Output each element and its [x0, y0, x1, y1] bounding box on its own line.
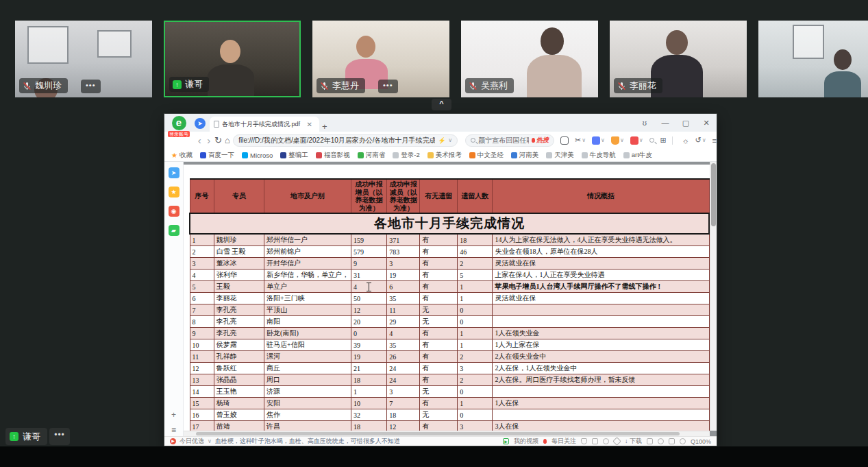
- find-icon[interactable]: [649, 138, 654, 143]
- shield-icon[interactable]: [581, 438, 587, 444]
- browser-logo[interactable]: e 登录账号: [166, 116, 191, 137]
- search-query[interactable]: 颜宁宣布回国任职: [478, 136, 529, 145]
- new-tab-button[interactable]: +: [319, 121, 330, 132]
- participant-video-2-active[interactable]: ↑ 谦哥: [164, 21, 301, 97]
- address-url[interactable]: file:///D:/我的文档/桌面/2022年10月居家办公/各地市十月手续完…: [238, 136, 435, 145]
- theme-skin-icon[interactable]: ʊ: [634, 114, 655, 132]
- table-cell: 李孔亮: [214, 316, 264, 328]
- navigation-home-icon[interactable]: ➤: [195, 118, 206, 129]
- printer-icon[interactable]: [647, 438, 653, 444]
- search-box[interactable]: 颜宁宣布回国任职 热搜: [465, 134, 554, 147]
- table-cell: 张利华: [214, 270, 264, 281]
- more-options-button[interactable]: •••: [49, 428, 70, 445]
- bookmark-item[interactable]: 河南省: [358, 151, 386, 160]
- pdf-viewport[interactable]: 各地市十月手续完成情况 序号专员地市及户别成功申报增员（以养老数据为准）成功申报…: [184, 162, 717, 436]
- sidebar-app-messenger-icon[interactable]: ➤: [169, 167, 179, 178]
- table-cell: 4: [387, 328, 420, 339]
- bookmark-item[interactable]: 登录-2: [393, 151, 419, 160]
- reload-button[interactable]: ↻: [214, 135, 222, 145]
- bookmark-item[interactable]: art牛皮: [623, 151, 652, 160]
- participant-more-button[interactable]: •••: [378, 80, 398, 93]
- sidebar-app-chat-icon[interactable]: ▰: [169, 225, 179, 236]
- window-minimize-button[interactable]: —: [655, 114, 675, 132]
- table-cell: 18: [458, 234, 493, 246]
- horizontal-scrollbar[interactable]: [184, 431, 710, 436]
- vertical-scroll-thumb[interactable]: [711, 163, 716, 226]
- bookmark-item[interactable]: 美术报考: [427, 151, 462, 160]
- bookmark-favicon: [200, 152, 206, 158]
- participant-video-5[interactable]: 李丽花: [610, 21, 747, 97]
- mic-muted-icon: [320, 82, 329, 91]
- emoji-icon[interactable]: [603, 438, 609, 444]
- home-button[interactable]: ⌂: [224, 135, 231, 145]
- table-cell: 21: [351, 363, 387, 374]
- table-cell: [493, 304, 709, 316]
- daily-watch-label[interactable]: 每日关注: [551, 437, 576, 446]
- apps-grid-icon[interactable]: ⊞: [660, 136, 667, 145]
- zoom-level[interactable]: Q100%: [691, 438, 711, 445]
- meeting-screen: 魏圳珍 ••• ↑ 谦哥 李慧丹 •••: [0, 0, 868, 467]
- bookmark-item[interactable]: 天津美: [546, 151, 574, 160]
- news-ticker[interactable]: 血栓梗，这种叶子泡水喝，血栓、高血压统统走，可惜很多人不知道: [215, 437, 400, 446]
- participant-video-3[interactable]: 李慧丹 •••: [312, 21, 449, 97]
- bookmark-item[interactable]: 福音影视: [316, 151, 350, 160]
- phone-mirror-icon[interactable]: [560, 136, 569, 145]
- participant-video-6[interactable]: [758, 21, 868, 97]
- table-cell: 7: [190, 304, 214, 316]
- horizontal-scroll-thumb[interactable]: [196, 432, 680, 435]
- sidebar-add-button[interactable]: +: [171, 411, 176, 418]
- bookmark-item[interactable]: 整编工: [280, 151, 308, 160]
- widget-icon[interactable]: [612, 437, 621, 446]
- bookmark-item[interactable]: 河南美: [511, 151, 539, 160]
- tab-close-icon[interactable]: ✕: [304, 121, 315, 128]
- my-video-label[interactable]: 我的视频: [514, 437, 538, 446]
- bookmark-item[interactable]: 牛皮导航: [582, 151, 616, 160]
- help-icon[interactable]: [658, 438, 664, 444]
- adblock-icon[interactable]: ∨: [630, 136, 643, 145]
- participant-video-4[interactable]: 吴燕利: [461, 21, 598, 97]
- collapse-strip-button[interactable]: ^: [432, 99, 451, 110]
- security-shield-icon[interactable]: ∨: [611, 136, 624, 145]
- table-cell: 29: [387, 316, 420, 328]
- table-cell: 安阳: [264, 398, 351, 409]
- participant-more-button[interactable]: •••: [81, 80, 101, 93]
- today-picks-label[interactable]: 今日优选: [179, 437, 204, 446]
- bookmark-item[interactable]: Microso: [242, 152, 273, 159]
- translate-icon[interactable]: ∨: [592, 136, 605, 145]
- back-button[interactable]: ‹: [196, 134, 203, 146]
- table-cell: 开封华信户: [264, 258, 351, 270]
- table-row: 5王毅单立户46有1苹果电子增员1人台湾人手续网厅操作不了需线下操作！: [190, 281, 709, 293]
- table-cell: 2: [458, 374, 493, 386]
- brightness-icon[interactable]: ☼: [682, 136, 689, 145]
- bookmark-item[interactable]: 中文圣经: [469, 151, 504, 160]
- window-close-button[interactable]: ✕: [696, 114, 717, 132]
- table-row: 6李丽花洛阳+三门峡5035有1灵活就业在保: [190, 293, 709, 304]
- participant-video-1[interactable]: 魏圳珍 •••: [15, 21, 152, 97]
- speed-mode-icon[interactable]: ⚡: [438, 137, 445, 144]
- self-share-pill[interactable]: ↑ 谦哥: [5, 428, 47, 445]
- download-label[interactable]: ↓ 下载: [625, 437, 642, 446]
- speaker-icon[interactable]: [680, 438, 686, 444]
- table-cell: 有: [420, 374, 458, 386]
- login-account-tag[interactable]: 登录账号: [168, 131, 190, 137]
- bookmark-item[interactable]: 百度一下: [200, 151, 234, 160]
- table-cell: 有: [420, 246, 458, 258]
- browser-statusbar: ▶ 今日优选 ∨ 血栓梗，这种叶子泡水喝，血栓、高血压统统走，可惜很多人不知道 …: [164, 436, 717, 446]
- clipboard-icon[interactable]: [669, 438, 675, 444]
- browser-tab[interactable]: 各地市十月手续完成情况.pdf ✕: [210, 117, 319, 132]
- address-bar[interactable]: file:///D:/我的文档/桌面/2022年10月居家办公/各地市十月手续完…: [233, 134, 458, 147]
- calendar-icon[interactable]: [592, 438, 598, 444]
- table-cell: 2: [190, 246, 214, 258]
- bookmark-item[interactable]: ★收藏: [171, 151, 193, 160]
- sidebar-list-button[interactable]: ≡: [171, 427, 176, 433]
- forward-button[interactable]: ›: [205, 134, 212, 146]
- menu-icon[interactable]: ≡: [712, 136, 717, 145]
- restore-session-icon[interactable]: ↺∨: [695, 136, 706, 145]
- vertical-scrollbar[interactable]: [710, 162, 717, 431]
- sidebar-app-video-icon[interactable]: ◉: [169, 206, 179, 217]
- window-maximize-button[interactable]: ▢: [675, 114, 696, 132]
- address-dropdown-icon[interactable]: ∨: [448, 137, 452, 143]
- screenshot-scissors-icon[interactable]: ✂∨: [575, 136, 586, 145]
- sidebar-app-favorites-icon[interactable]: ★: [169, 187, 179, 197]
- table-row: 2白雪 王毅郑州前锦户579783有46失业金在领18人，原单位在保28人: [190, 246, 709, 258]
